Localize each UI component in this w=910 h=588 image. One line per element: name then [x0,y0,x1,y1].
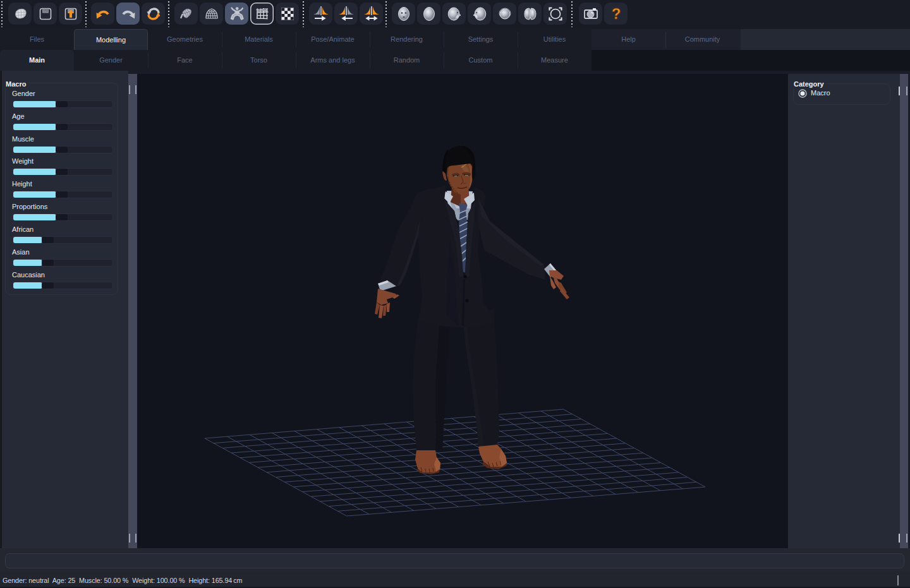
svg-text:?: ? [611,6,621,22]
